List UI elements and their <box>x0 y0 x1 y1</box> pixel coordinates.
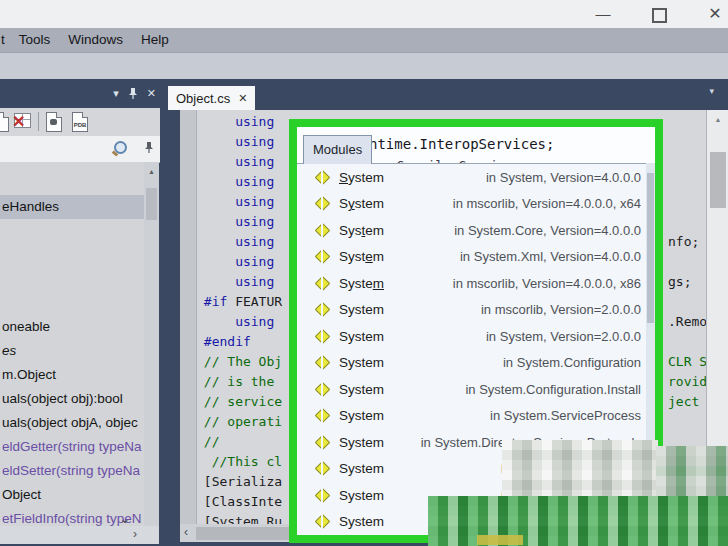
module-row[interactable]: Systemin System.ServiceProcess <box>297 403 655 430</box>
window-position-dropdown-icon[interactable]: ▾ <box>113 85 119 101</box>
code-fragment: gs; <box>668 272 691 292</box>
scroll-up-icon[interactable]: ▲ <box>707 110 728 123</box>
module-diamond-icon <box>315 250 329 264</box>
code-line: // is the <box>196 372 282 392</box>
menu-item-help[interactable]: Help <box>132 28 178 52</box>
module-diamond-icon <box>315 170 329 184</box>
module-row[interactable]: Systemin System.Configuration <box>297 350 655 377</box>
title-bar: — ✕ <box>0 0 728 28</box>
minimize-icon[interactable]: — <box>588 3 618 25</box>
tab-overflow-icon[interactable]: ▾ <box>709 86 714 96</box>
code-line: //This cl <box>196 452 282 472</box>
module-row[interactable]: Systemin System.Xml, Version=4.0.0.0 <box>297 244 655 271</box>
module-location: in mscorlib, Version=2.0.0.0 <box>401 302 641 317</box>
module-location: in System.ServiceProcess <box>401 408 641 423</box>
list-item[interactable]: eldSetter(string typeNa <box>0 459 144 483</box>
module-location: in System.Configuration <box>401 355 641 370</box>
watermark-yellow-strip <box>477 535 523 545</box>
list-item[interactable]: es <box>0 339 144 363</box>
module-location: in System.Configuration.Install <box>401 382 641 397</box>
sidebar-vertical-scrollbar[interactable]: ▲ <box>144 162 159 526</box>
module-name: System <box>339 249 401 264</box>
module-name: System <box>339 302 401 317</box>
module-diamond-icon <box>315 356 329 370</box>
module-name: System <box>339 382 401 397</box>
module-location: in System.Core, Version=4.0.0.0 <box>401 223 641 238</box>
module-name: System <box>339 196 401 211</box>
list-item[interactable]: eldGetter(string typeNa <box>0 435 144 459</box>
editor-gutter <box>180 110 197 542</box>
scrollbar-thumb[interactable] <box>710 152 726 208</box>
tab-modules[interactable]: Modules <box>303 135 372 164</box>
module-row[interactable]: Systemin System.Core, Version=4.0.0.0 <box>297 217 655 244</box>
code-lines: using using using using using using usin… <box>196 112 282 532</box>
module-diamond-icon <box>315 515 329 529</box>
sidebar-horizontal-scrollbar[interactable]: › <box>0 526 159 544</box>
module-row[interactable]: Systemin System.Configuration.Install <box>297 376 655 403</box>
code-line: // operati <box>196 412 282 432</box>
tool-window-header: ▾ ✕ <box>0 80 160 108</box>
scroll-left-icon[interactable]: ‹ <box>184 525 188 539</box>
module-row[interactable]: Systemin System, Version=2.0.0.0 <box>297 323 655 350</box>
list-item[interactable]: uals(object objA, objec <box>0 411 144 435</box>
list-item[interactable]: m.Object <box>0 363 144 387</box>
module-name: System <box>339 435 401 450</box>
tab-close-icon[interactable]: ✕ <box>238 92 247 105</box>
module-name: System <box>339 461 401 476</box>
code-line: using <box>196 152 282 172</box>
pdb-file-icon[interactable]: PDB <box>72 112 88 132</box>
code-line: using <box>196 272 282 292</box>
module-name: System <box>339 329 401 344</box>
module-diamond-icon <box>315 197 329 211</box>
module-file-icon[interactable] <box>46 112 62 132</box>
menu-item-windows[interactable]: Windows <box>59 28 132 52</box>
module-diamond-icon <box>315 329 329 343</box>
module-name: System <box>339 170 401 185</box>
code-line: using <box>196 212 282 232</box>
code-line: using <box>196 192 282 212</box>
list-item[interactable]: etFieldInfo(string typeN⌄ <box>0 507 144 526</box>
close-panel-icon[interactable]: ✕ <box>147 85 156 101</box>
delete-icon[interactable]: ✕ <box>12 114 25 130</box>
tab-object-cs[interactable]: Object.cs ✕ <box>168 86 255 110</box>
close-icon[interactable]: ✕ <box>700 3 728 25</box>
menu-item-t[interactable]: t <box>0 28 10 52</box>
module-row[interactable]: Systemin mscorlib, Version=2.0.0.0 <box>297 297 655 324</box>
list-item[interactable]: uals(object obj):bool <box>0 387 144 411</box>
scrollbar-thumb[interactable] <box>196 527 301 540</box>
module-diamond-icon <box>315 303 329 317</box>
code-line: // <box>196 432 282 452</box>
module-row[interactable]: Systemin mscorlib, Version=4.0.0.0, x64 <box>297 191 655 218</box>
module-name: System <box>339 223 401 238</box>
menu-item-tools[interactable]: Tools <box>10 28 60 52</box>
scroll-right-icon[interactable]: › <box>133 527 137 541</box>
module-row[interactable]: Systemin mscorlib, Version=4.0.0.0, x86 <box>297 270 655 297</box>
module-location: in mscorlib, Version=4.0.0.0, x86 <box>401 276 641 291</box>
pixelated-watermark <box>502 440 658 500</box>
code-fragment: nfo; <box>668 232 699 252</box>
chevron-down-icon[interactable]: ⌄ <box>120 507 130 526</box>
tab-label: Object.cs <box>176 91 230 106</box>
scroll-up-icon[interactable]: ▲ <box>144 162 159 175</box>
list-item[interactable]: oneable <box>0 315 144 339</box>
pin-icon[interactable] <box>144 141 154 154</box>
ide-window: — ✕ tToolsWindowsHelp ▾ ✕ ✕ PDB eHandles… <box>0 0 728 546</box>
code-text: ntime.InteropServices; <box>369 127 554 161</box>
list-item <box>0 291 144 315</box>
list-item[interactable]: Object <box>0 483 144 507</box>
scrollbar-thumb[interactable] <box>146 188 157 220</box>
module-name: System <box>339 514 401 529</box>
module-diamond-icon <box>315 462 329 476</box>
pin-icon[interactable] <box>128 87 138 100</box>
scrollbar-thumb[interactable] <box>647 173 654 323</box>
module-diamond-icon <box>315 382 329 396</box>
list-item[interactable]: eHandles <box>0 195 144 219</box>
search-icon[interactable] <box>114 141 127 154</box>
list-item <box>0 219 144 243</box>
search-row <box>0 136 160 163</box>
maximize-icon[interactable] <box>644 3 674 25</box>
module-row[interactable]: Systemin System, Version=4.0.0.0 <box>297 164 655 191</box>
module-name: System <box>339 408 401 423</box>
document-icon[interactable] <box>0 112 9 132</box>
toolbar-strip <box>0 52 728 79</box>
